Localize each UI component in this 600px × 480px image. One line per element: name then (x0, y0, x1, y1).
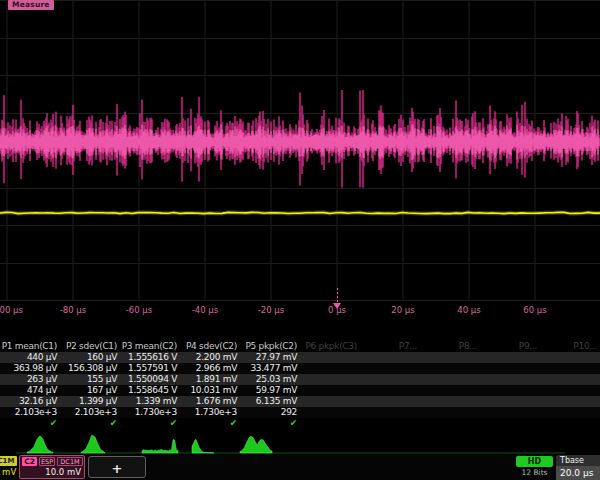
histicon[interactable] (142, 439, 178, 453)
table-value-cell (360, 374, 420, 385)
histicon[interactable] (192, 439, 214, 453)
measure-table: P1 mean(C1)P2 sdev(C1)P3 mean(C2)P4 sdev… (0, 341, 600, 430)
table-value-cell (540, 352, 600, 363)
axis-tick-label: -40 µs (192, 305, 218, 315)
hd-badge[interactable]: HD (516, 456, 553, 467)
axis-tick-label: -80 µs (60, 305, 86, 315)
status-check-icon (480, 418, 540, 430)
table-value-cell (420, 363, 480, 374)
table-value-cell: 1.339 mV (120, 396, 180, 407)
c2-coupling-badge: DC1M (57, 457, 83, 466)
table-value-cell: 363.98 µV (0, 363, 60, 374)
grid-area[interactable]: Measure (0, 0, 600, 300)
table-value-cell (420, 407, 480, 418)
status-check-icon (540, 418, 600, 430)
table-value-cell: 1.730e+3 (120, 407, 180, 418)
table-value-cell (300, 363, 360, 374)
table-value-cell: 1.557591 V (120, 363, 180, 374)
trace-label-badge[interactable]: Measure (8, 0, 54, 10)
table-value-cell (300, 385, 360, 396)
axis-tick-label: 40 µs (457, 305, 480, 315)
table-value-cell (540, 407, 600, 418)
table-value-cell (420, 385, 480, 396)
table-value-cell: 263 µV (0, 374, 60, 385)
tbase-value: 20.0 µs (556, 466, 600, 480)
c1-coupling-badge: DC1M (0, 456, 17, 466)
table-value-cell: 155 µV (60, 374, 120, 385)
axis-tick-label: -20 µs (258, 305, 284, 315)
axis-tick-label: 20 µs (391, 305, 414, 315)
table-value-cell: 160 µV (60, 352, 120, 363)
table-value-cell (540, 396, 600, 407)
table-header-cell[interactable]: P6 pkpk(C3) (300, 341, 360, 352)
table-value-cell: 27.97 mV (240, 352, 300, 363)
status-check-icon: ✔ (120, 418, 180, 430)
table-value-cell: 2.200 mV (180, 352, 240, 363)
table-value-cell: 2.103e+3 (0, 407, 60, 418)
axis-tick-label: -100 µs (0, 305, 23, 315)
add-trace-slot[interactable]: + (88, 456, 146, 478)
table-value-cell (420, 352, 480, 363)
status-check-icon: ✔ (60, 418, 120, 430)
plus-icon: + (112, 462, 123, 475)
table-header-cell[interactable]: P7... (360, 341, 420, 352)
table-value-cell: 2.966 mV (180, 363, 240, 374)
table-value-cell (360, 407, 420, 418)
table-value-cell (360, 352, 420, 363)
table-value-cell: 32.16 µV (0, 396, 60, 407)
table-value-cell (480, 374, 540, 385)
tbase-panel[interactable]: Tbase 20.0 µs (556, 455, 600, 480)
channel-descriptor-c2[interactable]: C2 ESP DC1M 10.0 mV (19, 455, 85, 479)
table-value-cell (300, 396, 360, 407)
c1-vertical-scale: 0 mV (0, 467, 16, 477)
table-header-cell[interactable]: P5 pkpk(C2) (240, 341, 300, 352)
table-header-cell[interactable]: P8... (420, 341, 480, 352)
histicon[interactable] (81, 435, 105, 453)
histicon[interactable] (240, 436, 272, 453)
status-check-icon (420, 418, 480, 430)
table-header-cell[interactable]: P1 mean(C1) (0, 341, 60, 352)
table-value-cell (480, 407, 540, 418)
c2-channel-tag: C2 (22, 457, 37, 466)
table-value-cell (300, 352, 360, 363)
time-axis: -100 µs-80 µs-60 µs-40 µs-20 µs0 µs20 µs… (0, 302, 600, 318)
table-value-cell: 2.103e+3 (60, 407, 120, 418)
table-value-cell: 156.308 µV (60, 363, 120, 374)
table-value-cell (300, 407, 360, 418)
c2-vertical-scale: 10.0 mV (45, 467, 81, 477)
table-value-cell (360, 363, 420, 374)
table-value-cell: 440 µV (0, 352, 60, 363)
table-value-cell: 1.550094 V (120, 374, 180, 385)
bottom-bar: DC1M 0 mV C2 ESP DC1M 10.0 mV + HD 12 Bi… (0, 455, 600, 480)
table-header-cell[interactable]: P9... (480, 341, 540, 352)
table-value-cell: 33.477 mV (240, 363, 300, 374)
table-value-cell: 1.676 mV (180, 396, 240, 407)
table-value-cell: 1.555616 V (120, 352, 180, 363)
histicon[interactable] (27, 436, 53, 453)
table-value-cell: 167 µV (60, 385, 120, 396)
trigger-dashed-line (337, 288, 338, 302)
table-value-cell: 1.730e+3 (180, 407, 240, 418)
status-check-icon: ✔ (0, 418, 60, 430)
table-value-cell (420, 396, 480, 407)
waveform-layer (0, 0, 600, 302)
table-value-cell (540, 385, 600, 396)
table-value-cell (360, 396, 420, 407)
table-value-cell: 1.399 µV (60, 396, 120, 407)
table-header-cell[interactable]: P2 sdev(C1) (60, 341, 120, 352)
axis-tick-label: -60 µs (126, 305, 152, 315)
histicon-strip (0, 431, 600, 457)
table-value-cell (480, 385, 540, 396)
status-check-icon (360, 418, 420, 430)
axis-tick-label: 60 µs (523, 305, 546, 315)
table-value-cell: 10.031 mV (180, 385, 240, 396)
oscilloscope-screen: Measure -100 µs-80 µs-60 µs-40 µs-20 µs0… (0, 0, 600, 480)
table-header-cell[interactable]: P3 mean(C2) (120, 341, 180, 352)
c2-esp-badge: ESP (39, 457, 55, 466)
table-value-cell: 25.03 mV (240, 374, 300, 385)
trigger-marker-icon[interactable] (333, 303, 341, 309)
table-header-cell[interactable]: P10... (540, 341, 600, 352)
table-value-cell: 474 µV (0, 385, 60, 396)
table-value-cell: 6.135 mV (240, 396, 300, 407)
table-header-cell[interactable]: P4 sdev(C2) (180, 341, 240, 352)
